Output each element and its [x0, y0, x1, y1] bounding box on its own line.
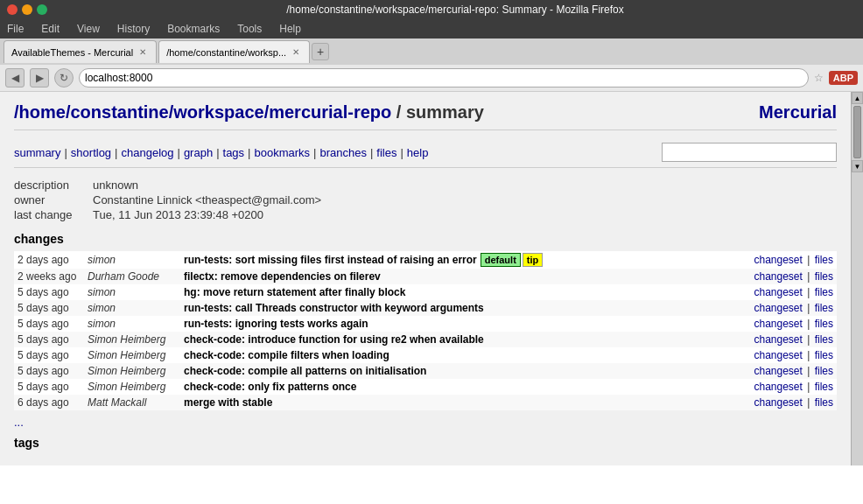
files-link[interactable]: files	[815, 381, 833, 393]
nav-help[interactable]: help	[407, 146, 429, 159]
change-links: changeset | files	[732, 284, 837, 300]
refresh-button[interactable]: ↻	[54, 68, 74, 88]
files-link[interactable]: files	[815, 254, 833, 266]
url-input[interactable]	[79, 68, 809, 88]
window-controls	[7, 4, 47, 15]
nav-changelog[interactable]: changelog	[121, 146, 173, 159]
menu-history[interactable]: History	[114, 21, 153, 37]
tab-bar: AvailableThemes - Mercurial ✕ /home/cons…	[0, 38, 863, 65]
changeset-link[interactable]: changeset	[754, 270, 802, 283]
change-links: changeset | files	[732, 332, 837, 347]
adblock-button[interactable]: ABP	[829, 71, 858, 85]
menu-bookmarks[interactable]: Bookmarks	[164, 21, 223, 37]
scrollbar-up-button[interactable]: ▲	[852, 92, 863, 104]
files-link[interactable]: files	[815, 365, 833, 377]
window-title: /home/constantine/workspace/mercurial-re…	[54, 4, 856, 16]
forward-button[interactable]: ▶	[30, 68, 49, 88]
changeset-link[interactable]: changeset	[754, 396, 802, 409]
more-link[interactable]: ...	[14, 416, 837, 429]
last-change-label: last change	[14, 208, 93, 221]
table-row: 6 days ago Matt Mackall merge with stabl…	[14, 395, 837, 410]
change-links: changeset | files	[732, 251, 837, 269]
change-description: check-code: introduce function for using…	[180, 332, 732, 347]
nav-links: summary | shortlog | changelog | graph |…	[14, 137, 837, 168]
change-description: filectx: remove dependencies on filerev	[180, 269, 732, 284]
change-author: Simon Heimberg	[84, 332, 180, 347]
page-title: /home/constantine/workspace/mercurial-re…	[14, 102, 484, 122]
menu-bar: File Edit View History Bookmarks Tools H…	[0, 19, 863, 38]
nav-graph[interactable]: graph	[184, 146, 213, 159]
table-row: 5 days ago Simon Heimberg check-code: in…	[14, 332, 837, 347]
nav-tags[interactable]: tags	[223, 146, 245, 159]
menu-view[interactable]: View	[74, 21, 103, 37]
changeset-link[interactable]: changeset	[754, 365, 802, 377]
changeset-link[interactable]: changeset	[754, 318, 802, 330]
search-input[interactable]	[662, 143, 837, 162]
new-tab-button[interactable]: +	[312, 43, 329, 60]
page-inner: /home/constantine/workspace/mercurial-re…	[0, 92, 851, 466]
scrollbar: ▲ ▼	[851, 92, 863, 466]
nav-files[interactable]: files	[376, 146, 396, 159]
change-description: check-code: compile filters when loading	[180, 347, 732, 363]
scrollbar-thumb[interactable]	[853, 106, 861, 158]
scrollbar-down-button[interactable]: ▼	[852, 160, 863, 172]
nav-bookmarks[interactable]: bookmarks	[254, 146, 310, 159]
change-description: run-tests: call Threads constructor with…	[180, 300, 732, 316]
tab-mercurial-repo[interactable]: /home/constantine/worksp... ✕	[158, 40, 310, 63]
section-name: summary	[406, 102, 484, 122]
description-label: description	[14, 178, 93, 192]
changes-table: 2 days ago simon run-tests: sort missing…	[14, 251, 837, 410]
nav-summary[interactable]: summary	[14, 146, 60, 159]
close-button[interactable]	[7, 4, 18, 15]
files-link[interactable]: files	[815, 396, 833, 409]
table-row: 5 days ago simon run-tests: ignoring tes…	[14, 316, 837, 332]
changeset-link[interactable]: changeset	[754, 349, 802, 361]
maximize-button[interactable]	[37, 4, 47, 15]
change-age: 5 days ago	[14, 363, 84, 379]
table-row: 5 days ago Simon Heimberg check-code: co…	[14, 347, 837, 363]
files-link[interactable]: files	[815, 302, 833, 314]
change-author: simon	[84, 316, 180, 332]
menu-edit[interactable]: Edit	[38, 21, 63, 37]
tab-available-themes[interactable]: AvailableThemes - Mercurial ✕	[4, 40, 157, 63]
change-links: changeset | files	[732, 269, 837, 284]
change-links: changeset | files	[732, 316, 837, 332]
back-button[interactable]: ◀	[5, 68, 25, 88]
files-link[interactable]: files	[815, 270, 833, 283]
change-age: 5 days ago	[14, 316, 84, 332]
change-age: 5 days ago	[14, 284, 84, 300]
tab-close-icon[interactable]: ✕	[137, 46, 149, 59]
changeset-link[interactable]: changeset	[754, 381, 802, 393]
changeset-link[interactable]: changeset	[754, 302, 802, 314]
change-age: 2 days ago	[14, 251, 84, 269]
files-link[interactable]: files	[815, 318, 833, 330]
files-link[interactable]: files	[815, 349, 833, 361]
minimize-button[interactable]	[22, 4, 32, 15]
info-row-description: description unknown	[14, 178, 837, 192]
change-author: simon	[84, 251, 180, 269]
nav-branches[interactable]: branches	[319, 146, 366, 159]
tab-close-icon[interactable]: ✕	[290, 46, 302, 59]
menu-file[interactable]: File	[4, 21, 27, 37]
badge-tip: tip	[523, 253, 543, 267]
menu-help[interactable]: Help	[276, 21, 305, 37]
nav-shortlog[interactable]: shortlog	[71, 146, 111, 159]
changeset-link[interactable]: changeset	[754, 333, 802, 346]
repo-path-link[interactable]: /home/constantine/workspace/mercurial-re…	[14, 102, 391, 122]
change-links: changeset | files	[732, 347, 837, 363]
mercurial-logo[interactable]: Mercurial	[759, 102, 837, 122]
address-bar: ◀ ▶ ↻ ☆ ABP	[0, 65, 863, 92]
tags-section-title: tags	[14, 436, 837, 450]
files-link[interactable]: files	[815, 333, 833, 346]
change-links: changeset | files	[732, 363, 837, 379]
change-age: 2 weeks ago	[14, 269, 84, 284]
bookmark-star-icon[interactable]: ☆	[814, 72, 824, 84]
table-row: 2 weeks ago Durham Goode filectx: remove…	[14, 269, 837, 284]
nav-search	[662, 143, 837, 162]
menu-tools[interactable]: Tools	[234, 21, 265, 37]
changeset-link[interactable]: changeset	[754, 254, 802, 266]
change-author: simon	[84, 284, 180, 300]
changeset-link[interactable]: changeset	[754, 286, 802, 298]
files-link[interactable]: files	[815, 286, 833, 298]
change-description: check-code: only fix patterns once	[180, 379, 732, 395]
